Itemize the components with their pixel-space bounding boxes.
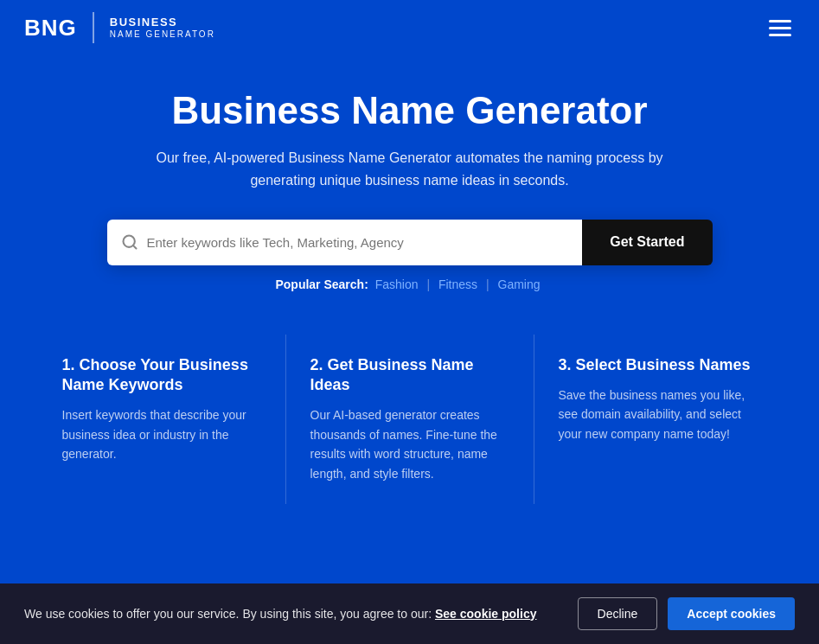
step-1-title: 1. Choose Your Business Name Keywords [62,355,261,396]
decline-button[interactable]: Decline [578,597,658,630]
hero-subtitle: Our free, AI-powered Business Name Gener… [142,147,678,191]
step-3: 3. Select Business Names Save the busine… [534,335,782,504]
accept-cookies-button[interactable]: Accept cookies [668,597,795,630]
get-started-button[interactable]: Get Started [582,220,712,265]
hamburger-menu[interactable] [765,16,795,40]
step-3-title: 3. Select Business Names [559,355,758,375]
step-2-title: 2. Get Business Name Ideas [310,355,509,396]
hero-title: Business Name Generator [17,90,802,131]
logo-text-main: BUSINESS [110,16,215,29]
popular-search: Popular Search: Fashion | Fitness | Gami… [17,277,802,291]
logo-bng: BNG [24,15,77,41]
logo-container: BNG BUSINESS NAME GENERATOR [24,12,215,43]
hero-section: Business Name Generator Our free, AI-pow… [0,55,819,335]
hamburger-line-2 [769,27,791,29]
hamburger-line-1 [769,20,791,22]
cookie-message: We use cookies to offer you our service.… [24,607,432,621]
step-1-desc: Insert keywords that describe your busin… [62,405,261,463]
popular-search-gaming[interactable]: Gaming [498,277,541,291]
logo-text-sub: NAME GENERATOR [110,29,215,40]
popular-search-fitness[interactable]: Fitness [438,277,477,291]
step-2: 2. Get Business Name Ideas Our AI-based … [286,335,534,504]
svg-line-1 [132,245,136,249]
cookie-banner: We use cookies to offer you our service.… [0,583,819,644]
cookie-buttons: Decline Accept cookies [578,597,795,630]
search-icon [121,233,138,251]
header: BNG BUSINESS NAME GENERATOR [0,0,819,55]
popular-search-label: Popular Search: [275,277,368,291]
logo-divider [93,12,94,43]
step-1: 1. Choose Your Business Name Keywords In… [38,335,286,504]
hamburger-line-3 [769,34,791,36]
popular-sep-2: | [486,277,489,291]
logo-text: BUSINESS NAME GENERATOR [110,16,215,40]
search-bar: Get Started [107,220,713,265]
cookie-text: We use cookies to offer you our service.… [24,605,560,623]
step-3-desc: Save the business names you like, see do… [559,386,758,443]
cookie-policy-link[interactable]: See cookie policy [435,607,537,621]
search-input[interactable] [147,220,569,265]
popular-search-fashion[interactable]: Fashion [375,277,419,291]
popular-sep-1: | [426,277,430,291]
search-input-wrapper [107,220,583,265]
steps-section: 1. Choose Your Business Name Keywords In… [21,335,799,504]
step-2-desc: Our AI-based generator creates thousands… [310,405,509,483]
